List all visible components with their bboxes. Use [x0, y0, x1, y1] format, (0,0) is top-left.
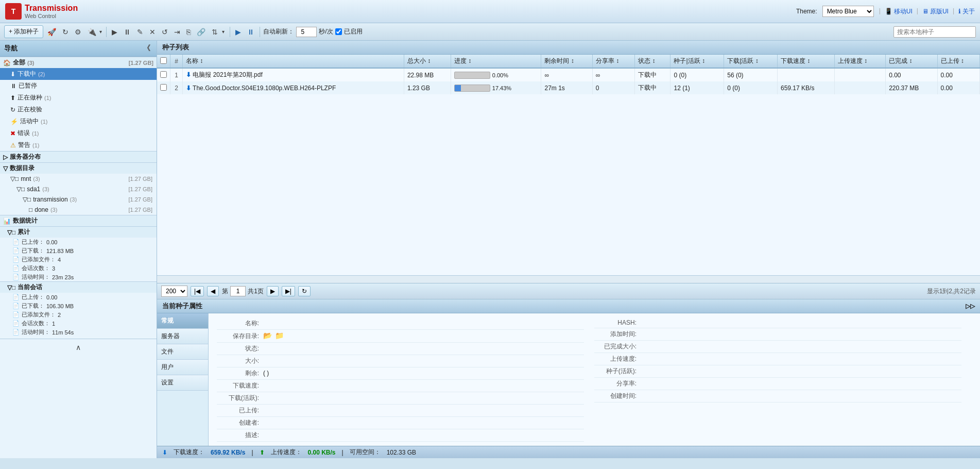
- table-row[interactable]: 2 ⬇ The.Good.Doctor.S04E19.1080p.WEB.H26…: [157, 81, 980, 94]
- recheck-button[interactable]: ↺: [160, 27, 170, 37]
- status-separator-2: |: [342, 449, 343, 456]
- sidebar-item-done[interactable]: □ done (3) [1.27 GB]: [0, 205, 157, 215]
- sidebar-cumulative-header[interactable]: ▽□ 累计: [0, 226, 157, 238]
- edit-button[interactable]: ✎: [135, 27, 145, 37]
- folder-open-icon[interactable]: 📂: [263, 331, 272, 340]
- sidebar-item-warning[interactable]: ⚠ 警告 (1): [0, 139, 157, 151]
- ul-speed-value: 0.00 KB/s: [308, 449, 336, 456]
- sidebar-item-data-dir[interactable]: ▽ 数据目录: [0, 162, 157, 174]
- dl-speed-value: 659.92 KB/s: [211, 449, 245, 456]
- scrollbar-row: [157, 275, 980, 283]
- sort-button[interactable]: ⇅: [210, 27, 220, 37]
- sidebar-item-seeding[interactable]: ⬆ 正在做种 (1): [0, 92, 157, 104]
- sidebar-item-paused[interactable]: ⏸ 已暂停: [0, 80, 157, 92]
- row2-seeds: 12 (1): [670, 81, 724, 94]
- link-button[interactable]: 🔗: [195, 27, 208, 37]
- prop-tab-user[interactable]: 用户: [157, 360, 208, 375]
- sidebar-current-session-header[interactable]: ▽□ 当前会话: [0, 281, 157, 293]
- sidebar-all-size: [1.27 GB]: [129, 60, 153, 66]
- sess-download-value: 106.30 MB: [46, 303, 74, 309]
- refresh-button[interactable]: ↻: [60, 27, 71, 37]
- col-share[interactable]: 分享率 ↕: [592, 55, 634, 68]
- sidebar-error-count: (1): [32, 130, 39, 137]
- pause-all-button[interactable]: ⏸: [245, 27, 256, 37]
- prev-page-button[interactable]: ◀: [207, 286, 219, 296]
- col-progress[interactable]: 进度 ↕: [451, 55, 541, 68]
- search-input[interactable]: [893, 26, 976, 38]
- folder-link-icon[interactable]: 📁: [275, 331, 284, 340]
- col-status[interactable]: 状态 ↕: [635, 55, 670, 68]
- table-row[interactable]: 1 ⬇ 电脑报 2021年第20期.pdf 22.98 MB 0.00%: [157, 68, 980, 81]
- prop-tab-files[interactable]: 文件: [157, 344, 208, 360]
- next-page-button[interactable]: ▶: [267, 286, 279, 296]
- delete-button[interactable]: ✕: [147, 27, 158, 37]
- select-all-checkbox[interactable]: [160, 57, 167, 64]
- refresh-enabled-checkbox[interactable]: [335, 28, 342, 35]
- prop-tab-general[interactable]: 常规: [157, 313, 208, 329]
- col-size[interactable]: 总大小 ↕: [404, 55, 451, 68]
- copy-button[interactable]: ⎘: [184, 27, 193, 37]
- sidebar-collapse-button[interactable]: 《: [141, 43, 152, 54]
- prop-row-dlspeed: 下载速度:: [217, 380, 584, 392]
- col-dl-active[interactable]: 下载|活跃 ↕: [724, 55, 778, 68]
- data-dir-expand-icon: ▽: [3, 165, 8, 172]
- settings-button[interactable]: ⚙: [73, 27, 83, 37]
- rocket-button[interactable]: 🚀: [45, 27, 58, 37]
- theme-select[interactable]: Metro Blue Classic Dark: [822, 6, 874, 17]
- col-num[interactable]: #: [170, 55, 183, 68]
- col-completed[interactable]: 已完成 ↕: [886, 55, 937, 68]
- sidebar-item-active[interactable]: ⚡ 活动中 (1): [0, 115, 157, 127]
- col-ul-speed[interactable]: 上传速度 ↕: [834, 55, 885, 68]
- row2-download-icon: ⬇: [186, 85, 191, 92]
- plugin-button[interactable]: 🔌: [85, 27, 98, 37]
- sidebar-item-downloading[interactable]: ⬇ 下载中 (2): [0, 68, 157, 80]
- about-link[interactable]: ℹ 关于: [958, 7, 975, 16]
- prop-tab-settings[interactable]: 设置: [157, 375, 208, 391]
- prop-ulspeed-label: 上传速度:: [594, 355, 641, 363]
- col-uploaded[interactable]: 已上传 ↕: [937, 55, 980, 68]
- play-button[interactable]: ▶: [110, 27, 119, 37]
- start-all-button[interactable]: ▶: [233, 27, 243, 37]
- row1-checkbox[interactable]: [160, 71, 167, 78]
- sidebar-collapse-bottom-button[interactable]: ∧: [74, 342, 83, 353]
- page-size-select[interactable]: 50 100 200 500: [161, 286, 187, 297]
- refresh-interval-input[interactable]: [296, 27, 317, 37]
- col-seeds[interactable]: 种子|活跃 ↕: [670, 55, 724, 68]
- prop-left-col: 名称: 保存目录: 📂 📁: [217, 317, 594, 442]
- sidebar-item-all[interactable]: 🏠 全部 (3) [1.27 GB]: [0, 57, 157, 68]
- first-page-button[interactable]: |◀: [191, 286, 204, 296]
- original-ui-link[interactable]: 🖥 原版UI: [922, 7, 949, 16]
- move-button[interactable]: ⇥: [172, 27, 182, 37]
- logo: T Transmission Web Control: [5, 3, 78, 20]
- row2-checkbox[interactable]: [160, 84, 167, 91]
- add-torrent-button[interactable]: + 添加种子: [4, 25, 43, 38]
- mobile-ui-link[interactable]: 📱 移动UI: [885, 7, 913, 16]
- table-container[interactable]: # 名称 ↕ 总大小 ↕ 进度 ↕ 剩余时间 ↕ 分享率 ↕ 状态 ↕ 种子|活…: [157, 55, 980, 275]
- sidebar-item-data-stats[interactable]: 📊 数据统计: [0, 215, 157, 226]
- sidebar-item-error[interactable]: ✖ 错误 (1): [0, 127, 157, 139]
- pause-button[interactable]: ⏸: [122, 27, 133, 37]
- sidebar-item-server-dist[interactable]: ▷ 服务器分布: [0, 151, 157, 162]
- sidebar-item-sda1[interactable]: ▽□ sda1 (3) [1.27 GB]: [0, 184, 157, 194]
- row1-checkbox-cell[interactable]: [157, 68, 170, 81]
- properties-expand-icon[interactable]: ▷▷: [966, 303, 975, 310]
- header: T Transmission Web Control Theme: Metro …: [0, 0, 980, 23]
- col-remaining[interactable]: 剩余时间 ↕: [541, 55, 592, 68]
- col-name[interactable]: 名称 ↕: [183, 55, 404, 68]
- sidebar-item-transmission[interactable]: ▽□ transmission (3) [1.27 GB]: [0, 194, 157, 205]
- table-header-row: # 名称 ↕ 总大小 ↕ 进度 ↕ 剩余时间 ↕ 分享率 ↕ 状态 ↕ 种子|活…: [157, 55, 980, 68]
- plugin-dropdown-button[interactable]: ▾: [98, 28, 103, 36]
- prop-addtime-label: 添加时间:: [594, 330, 641, 339]
- sort-dropdown-button[interactable]: ▾: [220, 28, 227, 36]
- sidebar-item-checking[interactable]: ↻ 正在校验: [0, 104, 157, 115]
- sidebar-item-mnt[interactable]: ▽□ mnt (3) [1.27 GB]: [0, 174, 157, 184]
- col-dl-speed[interactable]: 下载速度 ↕: [778, 55, 835, 68]
- horizontal-scrollbar[interactable]: [157, 276, 980, 283]
- last-page-button[interactable]: ▶|: [282, 286, 295, 296]
- page-input[interactable]: [230, 286, 246, 296]
- col-checkbox[interactable]: [157, 55, 170, 68]
- reload-button[interactable]: ↻: [298, 286, 311, 296]
- prop-tab-server[interactable]: 服务器: [157, 329, 208, 344]
- row2-checkbox-cell[interactable]: [157, 81, 170, 94]
- stat-cum-upload: 📄 已上传： 0.00: [0, 238, 157, 246]
